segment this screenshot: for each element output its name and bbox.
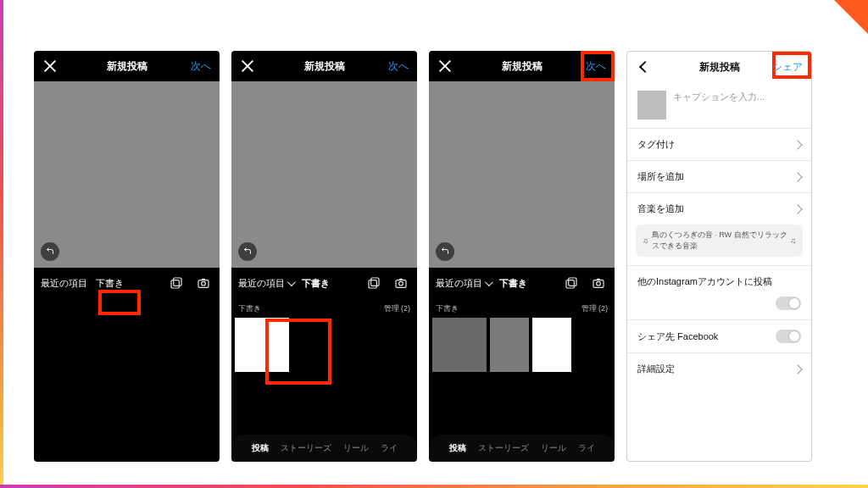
setting-share-facebook: シェア先 Facebook [627, 319, 811, 352]
multi-select-icon[interactable] [364, 274, 383, 292]
header-bar: 新規投稿 シェア [627, 52, 811, 82]
drafts-thumbnails [429, 316, 615, 374]
recent-dropdown[interactable]: 最近の項目 [436, 277, 491, 290]
draft-tab[interactable]: 下書き [96, 277, 124, 290]
svg-rect-0 [174, 278, 181, 286]
chevron-right-icon [793, 140, 802, 149]
media-preview [231, 81, 417, 268]
caption-input[interactable]: キャプションを入力... [673, 91, 801, 103]
header-bar: 新規投稿 次へ [231, 51, 417, 81]
header-bar: 新規投稿 次へ [34, 51, 220, 81]
next-button[interactable]: 次へ [586, 59, 606, 74]
media-preview [429, 81, 615, 268]
setting-add-music[interactable]: 音楽を追加 [627, 192, 811, 225]
drafts-manage-link[interactable]: 管理 (2) [384, 303, 411, 314]
recent-dropdown[interactable]: 最近の項目 [238, 277, 293, 290]
back-icon[interactable] [636, 59, 651, 75]
recent-tab[interactable]: 最近の項目 [41, 277, 87, 290]
setting-other-accounts: 他のInstagramアカウントに投稿 [627, 265, 811, 319]
draft-tab-active[interactable]: 下書き [499, 277, 527, 290]
camera-icon[interactable] [589, 274, 608, 292]
source-tabs: 最近の項目 下書き [429, 268, 615, 298]
post-thumbnail[interactable] [637, 91, 666, 119]
draft-thumbnail[interactable] [235, 318, 289, 372]
draft-thumbnail[interactable] [432, 318, 487, 372]
next-button[interactable]: 次へ [388, 59, 409, 74]
music-note-icon: ♫ [643, 236, 648, 245]
svg-rect-1 [171, 280, 179, 288]
svg-rect-5 [369, 280, 376, 288]
close-icon[interactable] [437, 58, 453, 74]
multi-select-icon[interactable] [562, 274, 581, 292]
share-button[interactable]: シェア [772, 60, 803, 75]
tab-post[interactable]: 投稿 [252, 442, 269, 454]
content-type-tabs: 投稿 ストーリーズ リール ライ [231, 435, 417, 462]
setting-tag-people[interactable]: タグ付け [627, 128, 811, 160]
phone-step-3: 新規投稿 次へ 最近の項目 下書き 下書き 管理 (2) [429, 51, 615, 462]
tab-stories[interactable]: ストーリーズ [281, 442, 331, 454]
chevron-right-icon [793, 204, 802, 214]
phone-step-2: 新規投稿 次へ 最近の項目 下書き 下書き 管理 (2) 投稿 [231, 51, 417, 462]
camera-icon[interactable] [392, 274, 410, 292]
tab-post[interactable]: 投稿 [449, 442, 466, 454]
source-tabs: 最近の項目 下書き [231, 268, 417, 298]
source-tabs: 最近の項目 下書き [34, 268, 220, 298]
svg-rect-4 [371, 278, 379, 286]
facebook-toggle[interactable] [776, 330, 801, 343]
other-accounts-toggle[interactable] [776, 297, 801, 310]
chevron-right-icon [793, 172, 802, 181]
multi-select-icon[interactable] [167, 274, 186, 292]
setting-add-location[interactable]: 場所を追加 [627, 160, 811, 192]
media-preview [34, 81, 220, 268]
crop-icon[interactable] [41, 242, 59, 261]
crop-icon[interactable] [436, 242, 454, 261]
svg-point-7 [399, 281, 403, 286]
drafts-label: 下書き [238, 303, 261, 314]
close-icon[interactable] [42, 58, 58, 74]
svg-point-3 [202, 281, 206, 286]
drafts-section-header: 下書き 管理 (2) [231, 298, 417, 316]
caption-row: キャプションを入力... [627, 82, 811, 128]
draft-thumbnail[interactable] [490, 318, 529, 372]
crop-icon[interactable] [238, 242, 257, 261]
four-step-stage: 新規投稿 次へ 最近の項目 下書き 新規投稿 次へ [34, 51, 843, 463]
music-note-icon: ♫ [790, 236, 796, 245]
svg-point-11 [597, 281, 601, 286]
camera-icon[interactable] [194, 274, 213, 292]
drafts-thumbnails [231, 316, 417, 374]
close-icon[interactable] [240, 58, 255, 74]
content-type-tabs: 投稿 ストーリーズ リール ライ [429, 435, 615, 462]
tab-live[interactable]: ライ [381, 442, 398, 454]
drafts-label: 下書き [436, 303, 459, 314]
setting-advanced[interactable]: 詳細設定 [627, 352, 811, 385]
next-button[interactable]: 次へ [191, 59, 211, 74]
header-bar: 新規投稿 次へ [429, 51, 615, 81]
tab-stories[interactable]: ストーリーズ [478, 442, 529, 454]
phone-step-4: 新規投稿 シェア キャプションを入力... タグ付け 場所を追加 音楽を追加 ♫… [626, 51, 812, 462]
tab-reels[interactable]: リール [343, 442, 369, 454]
tab-reels[interactable]: リール [541, 442, 566, 454]
svg-rect-9 [566, 280, 574, 288]
phone-step-1: 新規投稿 次へ 最近の項目 下書き [34, 51, 220, 462]
draft-tab-active[interactable]: 下書き [302, 277, 330, 290]
tab-live[interactable]: ライ [578, 442, 595, 454]
svg-rect-8 [569, 278, 576, 286]
draft-thumbnail[interactable] [532, 318, 571, 372]
drafts-manage-link[interactable]: 管理 (2) [581, 303, 609, 314]
drafts-section-header: 下書き 管理 (2) [429, 298, 615, 316]
music-suggestion-chip[interactable]: ♫ 鳥のくつろぎの音 · RW 自然でリラックスできる音楽 ♫ [636, 225, 803, 257]
chevron-right-icon [793, 364, 802, 374]
